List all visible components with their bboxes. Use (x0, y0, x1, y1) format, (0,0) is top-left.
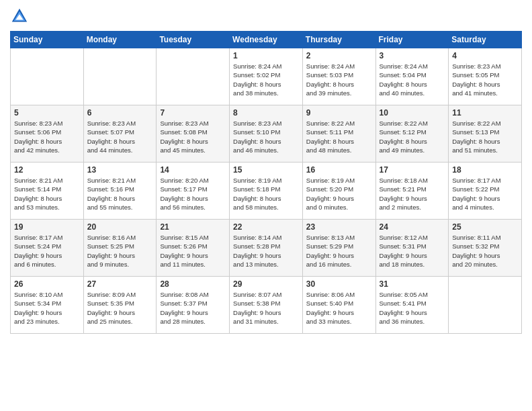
calendar-day-4: 4Sunrise: 8:23 AMSunset: 5:05 PMDaylight… (449, 48, 522, 105)
calendar-weekday-friday: Friday (375, 32, 449, 48)
calendar-week-3: 12Sunrise: 8:21 AMSunset: 5:14 PMDayligh… (11, 163, 522, 220)
day-info: Sunrise: 8:24 AMSunset: 5:04 PMDaylight:… (380, 62, 445, 97)
day-number: 4 (452, 51, 518, 60)
day-number: 12 (14, 165, 80, 175)
day-info: Sunrise: 8:18 AMSunset: 5:21 PMDaylight:… (380, 176, 445, 212)
calendar-day-28: 28Sunrise: 8:08 AMSunset: 5:37 PMDayligh… (157, 277, 230, 334)
calendar-header-row: SundayMondayTuesdayWednesdayThursdayFrid… (11, 32, 522, 48)
day-number: 13 (87, 165, 153, 175)
day-info: Sunrise: 8:23 AMSunset: 5:06 PMDaylight:… (14, 119, 80, 154)
day-number: 1 (233, 51, 299, 60)
day-number: 8 (233, 108, 299, 118)
calendar-day-17: 17Sunrise: 8:18 AMSunset: 5:21 PMDayligh… (375, 163, 449, 220)
day-number: 29 (233, 279, 299, 289)
day-info: Sunrise: 8:13 AMSunset: 5:29 PMDaylight:… (306, 233, 372, 269)
calendar-day-29: 29Sunrise: 8:07 AMSunset: 5:38 PMDayligh… (230, 277, 303, 334)
day-info: Sunrise: 8:22 AMSunset: 5:12 PMDaylight:… (380, 119, 445, 154)
calendar-day-26: 26Sunrise: 8:10 AMSunset: 5:34 PMDayligh… (11, 277, 84, 334)
calendar-day-10: 10Sunrise: 8:22 AMSunset: 5:12 PMDayligh… (375, 105, 449, 163)
day-info: Sunrise: 8:24 AMSunset: 5:02 PMDaylight:… (233, 62, 299, 97)
day-info: Sunrise: 8:06 AMSunset: 5:40 PMDaylight:… (306, 290, 372, 326)
calendar-day-9: 9Sunrise: 8:22 AMSunset: 5:11 PMDaylight… (302, 105, 375, 163)
calendar-empty-cell (157, 48, 230, 105)
header (10, 7, 522, 26)
calendar-day-23: 23Sunrise: 8:13 AMSunset: 5:29 PMDayligh… (302, 220, 375, 277)
calendar-day-1: 1Sunrise: 8:24 AMSunset: 5:02 PMDaylight… (230, 48, 303, 105)
calendar-day-13: 13Sunrise: 8:21 AMSunset: 5:16 PMDayligh… (83, 163, 157, 220)
day-info: Sunrise: 8:12 AMSunset: 5:31 PMDaylight:… (380, 233, 445, 269)
calendar-day-15: 15Sunrise: 8:19 AMSunset: 5:18 PMDayligh… (230, 163, 303, 220)
calendar-weekday-thursday: Thursday (302, 32, 375, 48)
calendar-day-24: 24Sunrise: 8:12 AMSunset: 5:31 PMDayligh… (375, 220, 449, 277)
calendar-day-20: 20Sunrise: 8:16 AMSunset: 5:25 PMDayligh… (83, 220, 157, 277)
day-number: 23 (306, 222, 372, 232)
day-info: Sunrise: 8:23 AMSunset: 5:10 PMDaylight:… (233, 119, 299, 154)
calendar-day-22: 22Sunrise: 8:14 AMSunset: 5:28 PMDayligh… (230, 220, 303, 277)
calendar-weekday-saturday: Saturday (449, 32, 522, 48)
calendar-empty-cell (449, 277, 522, 334)
day-number: 2 (306, 51, 372, 60)
calendar-day-21: 21Sunrise: 8:15 AMSunset: 5:26 PMDayligh… (157, 220, 230, 277)
calendar-table: SundayMondayTuesdayWednesdayThursdayFrid… (10, 31, 522, 334)
logo-icon (10, 7, 29, 26)
day-number: 6 (87, 108, 153, 118)
day-info: Sunrise: 8:22 AMSunset: 5:13 PMDaylight:… (452, 119, 518, 154)
calendar-day-3: 3Sunrise: 8:24 AMSunset: 5:04 PMDaylight… (375, 48, 449, 105)
day-info: Sunrise: 8:11 AMSunset: 5:32 PMDaylight:… (452, 233, 518, 269)
day-number: 24 (380, 222, 445, 232)
calendar-day-31: 31Sunrise: 8:05 AMSunset: 5:41 PMDayligh… (375, 277, 449, 334)
calendar-day-7: 7Sunrise: 8:23 AMSunset: 5:08 PMDaylight… (157, 105, 230, 163)
logo (10, 7, 32, 26)
calendar-day-16: 16Sunrise: 8:19 AMSunset: 5:20 PMDayligh… (302, 163, 375, 220)
day-info: Sunrise: 8:21 AMSunset: 5:14 PMDaylight:… (14, 176, 80, 212)
day-info: Sunrise: 8:10 AMSunset: 5:34 PMDaylight:… (14, 290, 80, 326)
day-info: Sunrise: 8:22 AMSunset: 5:11 PMDaylight:… (306, 119, 372, 154)
calendar-day-2: 2Sunrise: 8:24 AMSunset: 5:03 PMDaylight… (302, 48, 375, 105)
day-number: 18 (452, 165, 518, 175)
page: SundayMondayTuesdayWednesdayThursdayFrid… (0, 0, 532, 411)
day-number: 20 (87, 222, 153, 232)
calendar-day-25: 25Sunrise: 8:11 AMSunset: 5:32 PMDayligh… (449, 220, 522, 277)
calendar-weekday-sunday: Sunday (11, 32, 84, 48)
day-number: 9 (306, 108, 372, 118)
day-number: 28 (160, 279, 226, 289)
day-info: Sunrise: 8:14 AMSunset: 5:28 PMDaylight:… (233, 233, 299, 269)
day-number: 3 (380, 51, 445, 60)
day-number: 10 (380, 108, 445, 118)
day-info: Sunrise: 8:17 AMSunset: 5:24 PMDaylight:… (14, 233, 80, 269)
day-info: Sunrise: 8:07 AMSunset: 5:38 PMDaylight:… (233, 290, 299, 326)
day-number: 27 (87, 279, 153, 289)
calendar-week-4: 19Sunrise: 8:17 AMSunset: 5:24 PMDayligh… (11, 220, 522, 277)
day-number: 21 (160, 222, 226, 232)
calendar-empty-cell (83, 48, 157, 105)
calendar-week-1: 1Sunrise: 8:24 AMSunset: 5:02 PMDaylight… (11, 48, 522, 105)
calendar-day-11: 11Sunrise: 8:22 AMSunset: 5:13 PMDayligh… (449, 105, 522, 163)
day-number: 26 (14, 279, 80, 289)
day-number: 22 (233, 222, 299, 232)
day-number: 31 (380, 279, 445, 289)
day-info: Sunrise: 8:23 AMSunset: 5:07 PMDaylight:… (87, 119, 153, 154)
day-number: 17 (380, 165, 445, 175)
day-number: 19 (14, 222, 80, 232)
day-number: 25 (452, 222, 518, 232)
calendar-weekday-tuesday: Tuesday (157, 32, 230, 48)
calendar-day-19: 19Sunrise: 8:17 AMSunset: 5:24 PMDayligh… (11, 220, 84, 277)
day-number: 16 (306, 165, 372, 175)
day-info: Sunrise: 8:20 AMSunset: 5:17 PMDaylight:… (160, 176, 226, 212)
calendar-day-5: 5Sunrise: 8:23 AMSunset: 5:06 PMDaylight… (11, 105, 84, 163)
calendar-day-12: 12Sunrise: 8:21 AMSunset: 5:14 PMDayligh… (11, 163, 84, 220)
calendar-day-27: 27Sunrise: 8:09 AMSunset: 5:35 PMDayligh… (83, 277, 157, 334)
calendar-day-14: 14Sunrise: 8:20 AMSunset: 5:17 PMDayligh… (157, 163, 230, 220)
calendar-weekday-monday: Monday (83, 32, 157, 48)
day-number: 14 (160, 165, 226, 175)
calendar-day-18: 18Sunrise: 8:17 AMSunset: 5:22 PMDayligh… (449, 163, 522, 220)
day-info: Sunrise: 8:23 AMSunset: 5:08 PMDaylight:… (160, 119, 226, 154)
calendar-empty-cell (11, 48, 84, 105)
day-info: Sunrise: 8:17 AMSunset: 5:22 PMDaylight:… (452, 176, 518, 212)
day-info: Sunrise: 8:16 AMSunset: 5:25 PMDaylight:… (87, 233, 153, 269)
day-number: 11 (452, 108, 518, 118)
day-number: 15 (233, 165, 299, 175)
day-info: Sunrise: 8:23 AMSunset: 5:05 PMDaylight:… (452, 62, 518, 97)
day-info: Sunrise: 8:15 AMSunset: 5:26 PMDaylight:… (160, 233, 226, 269)
day-info: Sunrise: 8:21 AMSunset: 5:16 PMDaylight:… (87, 176, 153, 212)
